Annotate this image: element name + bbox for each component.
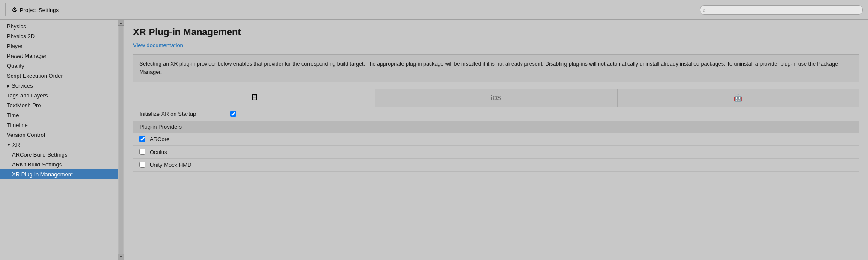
- provider-checkbox-unity-mock-hmd[interactable]: [139, 162, 145, 168]
- triangle-icon: ▶: [7, 84, 10, 88]
- android-icon: 🤖: [733, 93, 743, 103]
- title-bar: ⚙ Project Settings ⌕: [0, 0, 868, 20]
- providers-list: ARCoreOculusUnity Mock HMD: [133, 133, 859, 172]
- provider-checkbox-oculus[interactable]: [139, 149, 145, 155]
- sidebar-item-label: XR: [12, 142, 20, 148]
- sidebar-item-time[interactable]: Time: [0, 110, 118, 120]
- init-xr-checkbox[interactable]: [230, 111, 236, 117]
- init-xr-row: Initialize XR on Startup: [133, 107, 859, 121]
- sidebar-list: PhysicsPhysics 2DPlayerPreset ManagerQua…: [0, 20, 124, 181]
- sidebar-item-script-execution-order[interactable]: Script Execution Order: [0, 71, 118, 81]
- sidebar-item-xr[interactable]: ▼XR: [0, 140, 118, 150]
- project-settings-tab[interactable]: ⚙ Project Settings: [5, 3, 65, 16]
- search-bar-container: ⌕: [700, 5, 863, 15]
- gear-icon: ⚙: [12, 6, 17, 14]
- sidebar-item-timeline[interactable]: Timeline: [0, 120, 118, 130]
- description-box: Selecting an XR plug-in provider below e…: [133, 54, 859, 82]
- sidebar-item-arcore-build-settings[interactable]: ARCore Build Settings: [0, 150, 118, 160]
- sidebar-item-physics2d[interactable]: Physics 2D: [0, 31, 118, 41]
- search-icon: ⌕: [703, 7, 706, 12]
- scroll-up-button[interactable]: ▲: [118, 20, 124, 26]
- view-documentation-link[interactable]: View documentation: [133, 42, 183, 48]
- provider-label-arcore: ARCore: [150, 136, 169, 142]
- sidebar-item-physics[interactable]: Physics: [0, 21, 118, 31]
- platform-tab-desktop[interactable]: 🖥: [133, 89, 375, 107]
- main-layout: PhysicsPhysics 2DPlayerPreset ManagerQua…: [0, 20, 868, 260]
- sidebar-item-preset-manager[interactable]: Preset Manager: [0, 51, 118, 61]
- sidebar-item-xr-plugin-management[interactable]: XR Plug-in Management: [0, 169, 118, 179]
- sidebar-item-services[interactable]: ▶Services: [0, 81, 118, 91]
- sidebar-item-textmesh-pro[interactable]: TextMesh Pro: [0, 100, 118, 110]
- scroll-down-button[interactable]: ▼: [118, 254, 124, 260]
- tab-label: Project Settings: [20, 7, 59, 13]
- page-title: XR Plug-in Management: [133, 27, 859, 38]
- init-xr-label: Initialize XR on Startup: [139, 111, 225, 117]
- platform-tabs: 🖥iOS🤖: [133, 89, 859, 107]
- sidebar-scrollbar[interactable]: ▲ ▼: [118, 20, 124, 260]
- settings-panel: Initialize XR on Startup Plug-in Provide…: [133, 107, 859, 172]
- provider-row-unity-mock-hmd: Unity Mock HMD: [133, 159, 859, 172]
- search-input[interactable]: [700, 5, 863, 15]
- sidebar-item-tags-and-layers[interactable]: Tags and Layers: [0, 91, 118, 100]
- content-area: XR Plug-in Management View documentation…: [124, 20, 868, 260]
- platform-tab-ios[interactable]: iOS: [375, 89, 617, 107]
- provider-label-unity-mock-hmd: Unity Mock HMD: [150, 162, 192, 168]
- sidebar-item-player[interactable]: Player: [0, 41, 118, 51]
- platform-tab-android[interactable]: 🤖: [618, 89, 859, 107]
- sidebar-item-arkit-build-settings[interactable]: ARKit Build Settings: [0, 160, 118, 169]
- sidebar: PhysicsPhysics 2DPlayerPreset ManagerQua…: [0, 20, 124, 260]
- provider-checkbox-arcore[interactable]: [139, 136, 145, 142]
- sidebar-item-quality[interactable]: Quality: [0, 61, 118, 71]
- description-text: Selecting an XR plug-in provider below e…: [139, 61, 838, 75]
- provider-row-oculus: Oculus: [133, 146, 859, 159]
- sidebar-item-version-control[interactable]: Version Control: [0, 130, 118, 140]
- triangle-icon: ▼: [7, 143, 11, 147]
- sidebar-item-label: Services: [12, 82, 33, 89]
- monitor-icon: 🖥: [250, 93, 259, 103]
- provider-label-oculus: Oculus: [150, 149, 167, 155]
- ios-text: iOS: [491, 94, 501, 101]
- providers-header: Plug-in Providers: [133, 121, 859, 133]
- provider-row-arcore: ARCore: [133, 133, 859, 146]
